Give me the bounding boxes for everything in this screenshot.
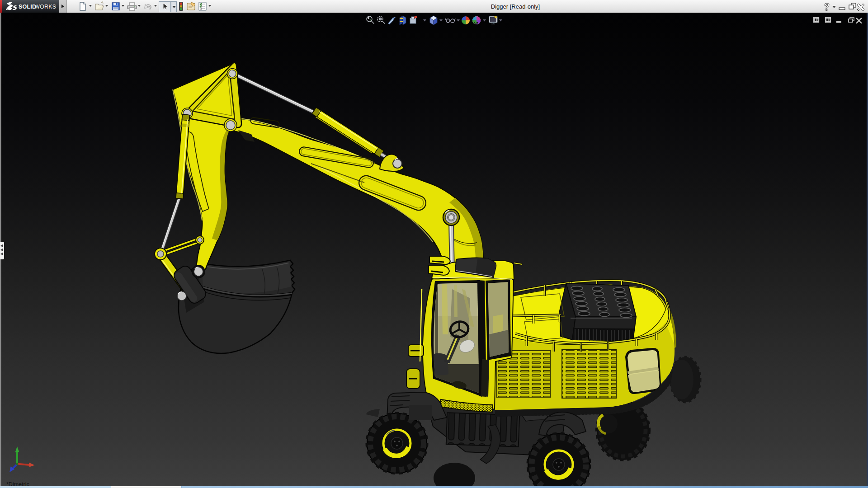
svg-text:SOLID: SOLID (19, 4, 36, 10)
svg-text:WORKS: WORKS (34, 4, 56, 10)
